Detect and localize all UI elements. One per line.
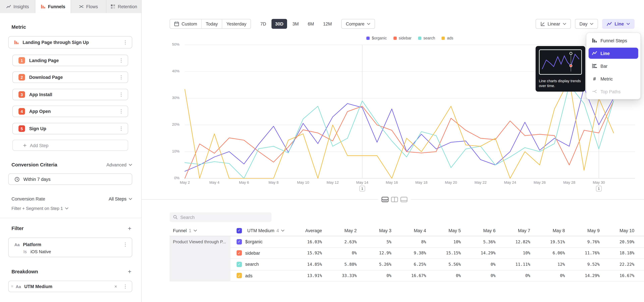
metric-hash-icon: # (592, 76, 597, 82)
select-all-checkbox[interactable]: ✓ (237, 228, 242, 233)
step-row-5[interactable]: 5 Sign Up ⋮ (12, 123, 128, 134)
tab-funnels[interactable]: Funnels (36, 0, 71, 13)
interval-day-button[interactable]: Day (575, 19, 598, 29)
breakdown-column-header[interactable]: ✓ UTM Medium 4 (230, 228, 292, 233)
y-axis-label: 10% (153, 149, 180, 153)
series-checkbox[interactable]: ✓ (237, 239, 242, 244)
layout-side-by-side-toggle[interactable] (391, 197, 398, 202)
day-label: Day (580, 21, 588, 26)
range-3m-button[interactable]: 3M (289, 19, 302, 29)
step-label: App Open (29, 109, 51, 114)
step-row-1[interactable]: 1 Landing Page ⋮ (12, 55, 128, 66)
layout-table-only-toggle[interactable] (400, 197, 408, 202)
series-label-cell: ✓$organic (230, 239, 292, 244)
conversion-window-card[interactable]: Within 7 days (8, 173, 132, 185)
menu-item-line[interactable]: Line (588, 48, 638, 59)
menu-item-bar[interactable]: Bar (588, 60, 638, 72)
range-button-group: 7D 30D 3M 6M 12M (256, 19, 336, 29)
average-column-header[interactable]: Average (292, 228, 326, 233)
chart-type-button[interactable]: Line (602, 19, 634, 29)
add-breakdown-button[interactable]: + (128, 268, 131, 274)
menu-item-funnel-steps[interactable]: Funnel Steps (588, 35, 638, 46)
chart-type-tooltip: Line charts display trends over time. (536, 46, 585, 92)
date-column-header: May 4 (396, 228, 431, 233)
menu-item-label: Bar (600, 64, 608, 68)
annotation-marker[interactable]: 1 (596, 186, 602, 192)
cell-value: 22.22% (604, 262, 639, 266)
filter-card-platform[interactable]: Aa Platform ⋮ Is iOS Native (8, 238, 132, 257)
remove-breakdown-icon[interactable]: × (113, 284, 118, 289)
menu-item-top-paths: Top Paths (588, 86, 638, 97)
menu-item-label: Line (600, 51, 610, 56)
average-value: 16.03% (292, 240, 326, 244)
kebab-menu-icon[interactable]: ⋮ (119, 242, 132, 247)
step-row-4[interactable]: 4 App Open ⋮ (12, 106, 128, 117)
tab-insights[interactable]: Insights (0, 0, 36, 13)
funnel-count: 1 (189, 228, 191, 233)
kebab-menu-icon[interactable]: ⋮ (114, 74, 128, 80)
filter-operator[interactable]: Is (24, 249, 27, 254)
date-column-header: May 6 (466, 228, 500, 233)
date-column-header: May 7 (500, 228, 535, 233)
breakdown-table: Funnel 1 ✓ UTM Medium 4 Average May 2May… (170, 225, 644, 282)
range-7d-button[interactable]: 7D (256, 19, 270, 29)
breakdown-count: 4 (276, 228, 279, 233)
funnel-group-cell[interactable]: Product Viewed through P... (170, 236, 230, 281)
search-box[interactable] (170, 212, 271, 222)
tab-retention[interactable]: Retention (106, 0, 142, 13)
kebab-menu-icon[interactable]: ⋮ (114, 58, 128, 63)
menu-item-metric[interactable]: # Metric (588, 73, 638, 84)
breakdown-card-utm-medium[interactable]: ≡ Aa UTM Medium × ⋮ (8, 281, 132, 292)
retention-icon (110, 4, 115, 9)
range-30d-button[interactable]: 30D (271, 19, 287, 29)
series-checkbox[interactable]: ✓ (237, 273, 242, 278)
series-checkbox[interactable]: ✓ (237, 250, 242, 256)
drag-handle-icon[interactable]: ≡ (11, 284, 13, 288)
filter-value[interactable]: iOS Native (30, 249, 51, 254)
custom-date-button[interactable]: Custom (170, 19, 201, 28)
layout-chart-and-table-toggle[interactable] (382, 197, 388, 202)
cell-value: 0% (431, 273, 466, 278)
step-row-3[interactable]: 3 App Install ⋮ (12, 89, 128, 100)
step-row-2[interactable]: 2 Download Page ⋮ (12, 72, 128, 83)
annotation-marker[interactable]: 1 (360, 186, 365, 192)
compare-button[interactable]: Compare (341, 19, 375, 29)
x-axis-label: May 2 (175, 180, 195, 184)
filter-segment-label: Filter + Segment on Step 1 (12, 206, 63, 211)
kebab-menu-icon[interactable]: ⋮ (119, 40, 132, 45)
add-filter-button[interactable]: + (128, 225, 131, 231)
yesterday-label: Yesterday (226, 21, 246, 26)
range-6m-button[interactable]: 6M (304, 19, 318, 29)
x-axis-label: May 26 (530, 180, 550, 184)
advanced-dropdown[interactable]: Advanced (106, 162, 132, 167)
all-steps-dropdown[interactable]: All Steps (109, 196, 132, 201)
step-label: App Install (29, 92, 52, 97)
chart-controls: Linear Day Line (536, 19, 634, 29)
kebab-menu-icon[interactable]: ⋮ (119, 284, 132, 289)
funnel-metric-card[interactable]: Landing Page through Sign Up ⋮ (8, 36, 132, 48)
funnel-column-header[interactable]: Funnel 1 (170, 228, 230, 233)
tab-flows[interactable]: Flows (71, 0, 106, 13)
kebab-menu-icon[interactable]: ⋮ (114, 92, 128, 97)
date-column-header: May 3 (361, 228, 396, 233)
date-column-header: May 8 (535, 228, 570, 233)
cell-value: 11.76% (570, 251, 604, 255)
scale-linear-button[interactable]: Linear (536, 19, 571, 29)
x-axis-label: May 30 (589, 180, 609, 184)
cell-value: 20.59% (604, 240, 639, 244)
cell-value: 12% (535, 262, 570, 266)
range-12m-button[interactable]: 12M (319, 19, 336, 29)
report-main: Custom Today Yesterday 7D 30D 3M 6M 12M … (142, 0, 644, 302)
kebab-menu-icon[interactable]: ⋮ (114, 108, 128, 114)
kebab-menu-icon[interactable]: ⋮ (114, 126, 128, 131)
series-checkbox[interactable]: ✓ (237, 262, 242, 267)
search-input[interactable] (180, 215, 268, 220)
y-axis-label: 20% (153, 122, 180, 126)
yesterday-button[interactable]: Yesterday (222, 19, 250, 28)
cell-value: 5.56% (431, 262, 466, 266)
add-step-button[interactable]: + Add Step (12, 140, 128, 151)
cell-value: 15.15% (431, 251, 466, 255)
filter-segment-dropdown[interactable]: Filter + Segment on Step 1 (12, 206, 69, 211)
today-button[interactable]: Today (201, 19, 222, 28)
clock-icon (14, 176, 20, 182)
